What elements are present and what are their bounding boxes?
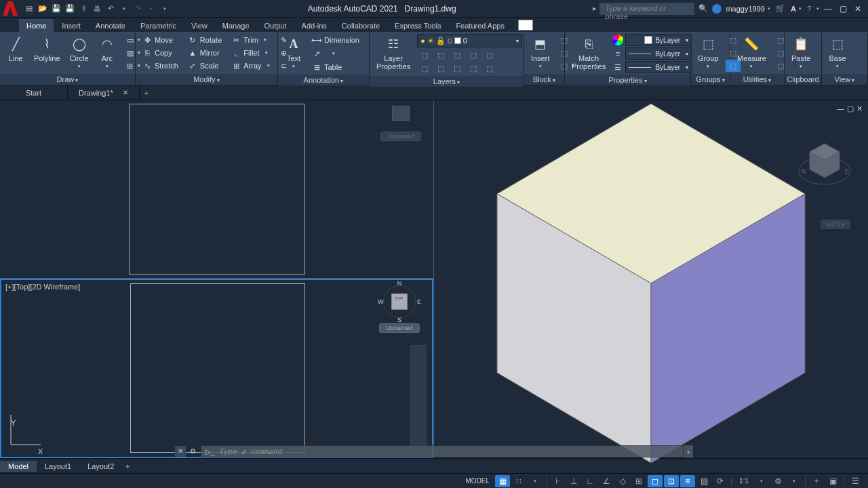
status-snap-icon[interactable]: ∷ bbox=[511, 475, 526, 487]
table-button[interactable]: ⊞Table bbox=[309, 61, 362, 73]
status-scale[interactable]: 1:1 bbox=[735, 477, 753, 485]
qat-redo-dd-icon[interactable]: ▾ bbox=[145, 3, 157, 15]
cmdline-close-icon[interactable]: ✕ bbox=[175, 446, 186, 457]
viewcube-compass[interactable]: NSEW TOP bbox=[380, 283, 418, 321]
tab-express-tools[interactable]: Express Tools bbox=[388, 20, 448, 32]
linetype-selector[interactable]: ByLayer bbox=[625, 61, 692, 73]
qat-redo-icon[interactable]: ↷ bbox=[132, 3, 144, 15]
cmdline-history-icon[interactable]: ▴ bbox=[684, 445, 693, 458]
rotate-button[interactable]: ↻Rotate bbox=[185, 34, 224, 46]
search-input[interactable]: Type a keyword or phrase bbox=[599, 3, 694, 15]
nav-orbit-icon[interactable] bbox=[411, 405, 426, 426]
panel-title-annotation[interactable]: Annotation bbox=[278, 75, 369, 85]
base-button[interactable]: ⬚Base▾ bbox=[826, 34, 849, 73]
paste-button[interactable]: 📋Paste▾ bbox=[789, 34, 813, 73]
panel-title-block[interactable]: Block bbox=[524, 74, 564, 85]
tab-insert[interactable]: Insert bbox=[55, 20, 87, 32]
help-icon[interactable]: ? bbox=[807, 5, 811, 13]
layer-btn-9[interactable]: ⬚ bbox=[466, 62, 481, 75]
doctab-start[interactable]: Start bbox=[0, 85, 68, 100]
viewcube-label-2[interactable]: Unnamed bbox=[379, 323, 420, 333]
app-logo[interactable] bbox=[3, 1, 18, 16]
leader-button[interactable]: ↗▾ bbox=[309, 47, 362, 60]
panel-title-layers[interactable]: Layers bbox=[370, 76, 524, 87]
nav-showmotion-icon[interactable] bbox=[411, 426, 426, 446]
bottomtab-model[interactable]: Model bbox=[0, 461, 37, 472]
line-button[interactable]: ╱Line bbox=[4, 34, 27, 73]
vp-minimize-icon[interactable]: — bbox=[837, 104, 844, 113]
status-iso-icon[interactable]: ◇ bbox=[615, 475, 630, 487]
status-3dosnap-icon[interactable]: ◻ bbox=[648, 475, 663, 487]
layer-btn-2[interactable]: ⬚ bbox=[433, 49, 448, 61]
fillet-button[interactable]: ◟Fillet▾ bbox=[229, 47, 272, 59]
status-transparency-icon[interactable]: ▨ bbox=[696, 475, 711, 487]
status-plus-icon[interactable]: + bbox=[809, 475, 824, 487]
viewport-top-left[interactable]: Unnamed bbox=[0, 100, 433, 279]
dimension-button[interactable]: ⟷Dimension bbox=[309, 34, 362, 46]
status-dd2-icon[interactable]: ▾ bbox=[754, 475, 769, 487]
mirror-button[interactable]: ▲Mirror bbox=[185, 47, 224, 59]
qat-undo-dd-icon[interactable]: ▾ bbox=[118, 3, 130, 15]
lineweight-icon[interactable]: ≡ bbox=[612, 49, 623, 58]
layer-properties-button[interactable]: ☷Layer Properties bbox=[374, 34, 413, 72]
nav-zoom-icon[interactable] bbox=[411, 386, 426, 406]
qat-web-icon[interactable]: ⇪ bbox=[77, 3, 90, 15]
color-wheel-icon[interactable] bbox=[612, 35, 623, 45]
user-avatar-icon[interactable] bbox=[712, 4, 722, 14]
layer-btn-4[interactable]: ⬚ bbox=[466, 49, 481, 61]
status-gear-icon[interactable]: ⚙ bbox=[770, 475, 785, 487]
layer-btn-8[interactable]: ⬚ bbox=[450, 62, 465, 75]
viewport-label[interactable]: [+][Top][2D Wireframe] bbox=[5, 283, 80, 291]
layer-btn-10[interactable]: ⬚ bbox=[482, 62, 497, 75]
group-button[interactable]: ⬚Group▾ bbox=[695, 34, 722, 73]
stretch-button[interactable]: ⤡Stretch bbox=[140, 60, 181, 72]
status-model-label[interactable]: MODEL bbox=[462, 477, 494, 485]
status-lweight-icon[interactable]: ≡ bbox=[680, 475, 695, 487]
share-arrow-icon[interactable]: ▸ bbox=[593, 4, 597, 13]
vp-maximize-icon[interactable]: ▢ bbox=[847, 104, 854, 113]
doctab-drawing[interactable]: Drawing1*✕ bbox=[68, 85, 140, 100]
tab-addins[interactable]: Add-ins bbox=[295, 20, 334, 32]
status-max-vp-icon[interactable]: ▣ bbox=[825, 475, 840, 487]
panel-title-utilities[interactable]: Utilities bbox=[730, 74, 784, 85]
polyline-button[interactable]: ⌇Polyline bbox=[31, 34, 63, 73]
viewport-bottom-left[interactable]: [+][Top][2D Wireframe] NSEW TOP Unnamed bbox=[0, 279, 433, 459]
tab-manage[interactable]: Manage bbox=[216, 20, 256, 32]
qat-new-icon[interactable]: ▤ bbox=[23, 3, 35, 15]
status-infer-icon[interactable]: ⊦ bbox=[550, 475, 565, 487]
viewcube-3d[interactable]: S E WCS ▾ bbox=[797, 137, 852, 229]
qat-plot-icon[interactable]: 🖶 bbox=[91, 3, 103, 15]
arc-button[interactable]: ◠Arc▾ bbox=[96, 34, 119, 73]
panel-title-modify[interactable]: Modify bbox=[136, 74, 277, 85]
nav-pan-icon[interactable] bbox=[411, 365, 426, 386]
tab-annotate[interactable]: Annotate bbox=[89, 20, 132, 32]
tab-home[interactable]: Home bbox=[19, 19, 54, 32]
circle-button[interactable]: ◯Circle▾ bbox=[67, 34, 92, 73]
doctab-add-button[interactable]: + bbox=[140, 89, 153, 97]
match-properties-button[interactable]: ⎘Match Properties bbox=[569, 34, 608, 73]
viewport-right[interactable]: — ▢ ✕ S E WCS ▾ bbox=[434, 100, 868, 458]
tab-parametric[interactable]: Parametric bbox=[134, 20, 183, 32]
nav-wheel-icon[interactable] bbox=[411, 346, 426, 366]
status-dd3-icon[interactable]: ▾ bbox=[787, 475, 802, 487]
qat-save-icon[interactable]: 💾 bbox=[50, 3, 62, 15]
search-icon[interactable]: 🔍 bbox=[697, 3, 709, 15]
navigation-bar[interactable] bbox=[410, 345, 427, 447]
status-dynamic-icon[interactable]: ⊥ bbox=[566, 475, 581, 487]
layer-selector[interactable]: ● ☀ 🔓 ⎙ 0 ▾ bbox=[417, 34, 522, 47]
qat-customize-icon[interactable]: ▾ bbox=[159, 3, 171, 15]
viewcube-label-1[interactable]: Unnamed bbox=[380, 131, 421, 141]
cart-icon[interactable]: 🛒 bbox=[776, 4, 785, 13]
layer-btn-6[interactable]: ⬚ bbox=[417, 62, 432, 75]
viewcube-top-icon[interactable] bbox=[392, 106, 410, 121]
insert-button[interactable]: ⬒Insert▾ bbox=[528, 34, 553, 73]
cmdline-customize-icon[interactable]: ⚙ bbox=[187, 446, 198, 457]
array-button[interactable]: ⊞Array▾ bbox=[229, 60, 272, 72]
minimize-button[interactable]: — bbox=[822, 3, 834, 14]
panel-title-properties[interactable]: Properties bbox=[565, 75, 690, 85]
status-otrack-icon[interactable]: ⊡ bbox=[664, 475, 679, 487]
tab-view[interactable]: View bbox=[184, 20, 214, 32]
vp-close-icon[interactable]: ✕ bbox=[856, 104, 863, 113]
tab-collaborate[interactable]: Collaborate bbox=[335, 20, 387, 32]
qat-open-icon[interactable]: 📂 bbox=[37, 3, 49, 15]
